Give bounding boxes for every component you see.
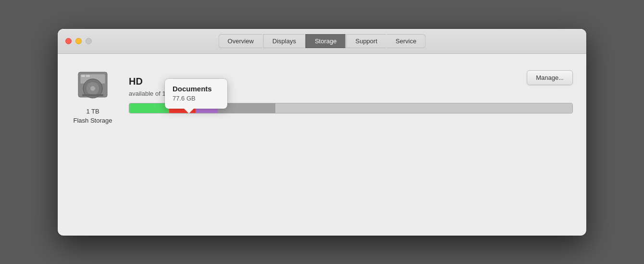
svg-rect-7 [86,75,90,77]
tooltip-title: Documents [173,85,220,93]
traffic-lights [65,38,92,44]
drive-type-label: Flash Storage [74,117,112,124]
tab-bar: Overview Displays Storage Support Servic… [219,34,426,48]
tab-storage[interactable]: Storage [306,34,346,48]
bar-segment-free [275,103,572,113]
main-window: Overview Displays Storage Support Servic… [58,29,586,236]
tooltip-popup: Documents 77.6 GB [165,79,227,109]
tooltip-value: 77.6 GB [173,95,220,102]
storage-row: 1 TB Flash Storage HD available of 1 TB … [71,65,573,124]
tab-overview[interactable]: Overview [219,34,262,48]
titlebar: Overview Displays Storage Support Servic… [58,29,586,54]
manage-button[interactable]: Manage... [527,70,573,85]
bar-segment-apps [129,103,169,113]
svg-rect-5 [82,94,103,96]
close-button[interactable] [65,38,72,44]
drive-icon [74,65,112,104]
tab-service[interactable]: Service [387,34,425,48]
tab-support[interactable]: Support [346,34,386,48]
svg-rect-6 [81,75,85,77]
tab-displays[interactable]: Displays [263,34,305,48]
drive-icon-wrap: 1 TB Flash Storage [71,65,114,124]
maximize-button[interactable] [86,38,92,44]
svg-point-4 [90,86,95,91]
minimize-button[interactable] [75,38,82,44]
storage-content: 1 TB Flash Storage HD available of 1 TB … [58,54,586,236]
drive-capacity-label: 1 TB [86,108,99,115]
